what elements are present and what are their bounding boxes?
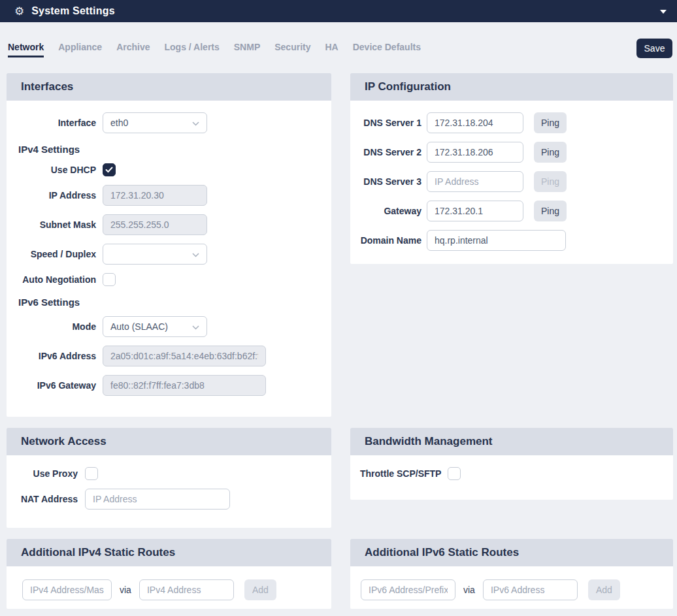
tab-snmp[interactable]: SNMP [234, 42, 260, 57]
ipv6-mode-select-value: Auto (SLAAC) [110, 321, 168, 332]
domain-name-field[interactable] [427, 230, 566, 251]
network-access-panel-header: Network Access [7, 428, 331, 455]
ipv6-static-routes-panel-header: Additional IPv6 Static Routes [350, 539, 673, 566]
ip-address-label: IP Address [7, 190, 96, 201]
ipv4-static-routes-panel: Additional IPv4 Static Routes via Add [7, 539, 331, 609]
chevron-down-icon[interactable] [660, 10, 667, 14]
dns-server-3-label: DNS Server 3 [350, 176, 421, 187]
ping-dns3-button: Ping [534, 171, 567, 192]
tab-appliance[interactable]: Appliance [58, 42, 102, 57]
gateway-label: Gateway [350, 206, 421, 216]
ipv6-address-field [103, 346, 266, 366]
interfaces-panel: Interfaces Interface eth0 IPv4 Settings … [7, 73, 331, 417]
ipv6-static-routes-title: Additional IPv6 Static Routes [365, 546, 519, 559]
throttle-scp-sftp-label: Throttle SCP/SFTP [360, 468, 441, 479]
save-button[interactable]: Save [636, 39, 672, 58]
use-dhcp-label: Use DHCP [7, 165, 96, 175]
page-title: System Settings [31, 5, 114, 17]
ipv6-route-gateway-field[interactable] [483, 579, 578, 600]
add-ipv4-route-button[interactable]: Add [244, 579, 276, 600]
tab-bar: Network Appliance Archive Logs / Alerts … [8, 42, 421, 57]
speed-duplex-select[interactable] [103, 244, 207, 265]
subnet-mask-label: Subnet Mask [7, 219, 96, 230]
app-header: ⚙ System Settings [0, 0, 677, 22]
chevron-down-icon [192, 321, 199, 332]
ipv4-static-routes-title: Additional IPv4 Static Routes [21, 546, 175, 559]
domain-name-label: Domain Name [350, 235, 421, 246]
ipv6-route-destination-field[interactable] [361, 579, 455, 600]
dns-server-3-field[interactable] [427, 171, 523, 192]
nat-address-field[interactable] [85, 489, 230, 510]
interface-select-value: eth0 [110, 118, 128, 128]
ip-configuration-title: IP Configuration [365, 80, 451, 93]
speed-duplex-label: Speed / Duplex [7, 249, 96, 259]
ipv6-gateway-label: IPv6 Gateway [7, 380, 96, 391]
tab-device-defaults[interactable]: Device Defaults [353, 42, 421, 57]
ip-configuration-panel: IP Configuration DNS Server 1 Ping DNS S… [350, 73, 673, 264]
chevron-down-icon [192, 249, 199, 259]
ping-gateway-button[interactable]: Ping [534, 201, 567, 221]
via-label: via [120, 585, 131, 595]
dns-server-1-label: DNS Server 1 [350, 118, 421, 128]
bandwidth-management-panel-header: Bandwidth Management [350, 428, 673, 455]
ping-dns2-button[interactable]: Ping [534, 142, 567, 163]
tab-ha[interactable]: HA [325, 42, 338, 57]
auto-negotiation-label: Auto Negotiation [7, 274, 96, 285]
ipv6-mode-label: Mode [7, 321, 96, 332]
ip-address-field [103, 185, 207, 206]
interface-label: Interface [7, 118, 96, 128]
bandwidth-management-panel: Bandwidth Management Throttle SCP/SFTP [350, 428, 673, 500]
ipv6-gateway-field [103, 375, 266, 396]
ipv6-settings-heading: IPv6 Settings [7, 297, 331, 308]
ipv4-static-routes-panel-header: Additional IPv4 Static Routes [7, 539, 331, 566]
tab-security[interactable]: Security [274, 42, 310, 57]
throttle-scp-sftp-checkbox[interactable] [448, 467, 461, 480]
tab-archive[interactable]: Archive [116, 42, 150, 57]
network-access-title: Network Access [21, 435, 107, 448]
ip-configuration-panel-header: IP Configuration [350, 73, 673, 101]
interfaces-panel-header: Interfaces [7, 73, 331, 101]
ipv4-route-gateway-field[interactable] [139, 579, 234, 600]
dns-server-2-label: DNS Server 2 [350, 147, 421, 157]
tab-logs-alerts[interactable]: Logs / Alerts [165, 42, 220, 57]
ipv4-route-destination-field[interactable] [22, 579, 112, 600]
use-proxy-checkbox[interactable] [85, 467, 98, 480]
auto-negotiation-checkbox[interactable] [103, 273, 116, 286]
interfaces-title: Interfaces [21, 80, 73, 93]
chevron-down-icon [192, 118, 199, 128]
via-label: via [463, 585, 475, 595]
use-proxy-label: Use Proxy [7, 468, 78, 479]
add-ipv6-route-button[interactable]: Add [588, 579, 620, 600]
use-dhcp-checkbox[interactable] [103, 163, 116, 176]
interface-select[interactable]: eth0 [103, 112, 207, 133]
gear-icon: ⚙ [14, 6, 24, 17]
bandwidth-management-title: Bandwidth Management [365, 435, 493, 448]
network-access-panel: Network Access Use Proxy NAT Address [7, 428, 331, 528]
ipv6-static-routes-panel: Additional IPv6 Static Routes via Add [350, 539, 673, 609]
ping-dns1-button[interactable]: Ping [534, 112, 567, 133]
dns-server-1-field[interactable] [427, 112, 523, 133]
ipv6-address-label: IPv6 Address [7, 351, 96, 361]
subnet-mask-field [103, 214, 207, 235]
ipv4-settings-heading: IPv4 Settings [7, 144, 331, 155]
gateway-field[interactable] [427, 201, 523, 221]
tab-network[interactable]: Network [8, 42, 44, 57]
dns-server-2-field[interactable] [427, 142, 523, 163]
nat-address-label: NAT Address [7, 494, 78, 504]
ipv6-mode-select[interactable]: Auto (SLAAC) [103, 316, 207, 337]
